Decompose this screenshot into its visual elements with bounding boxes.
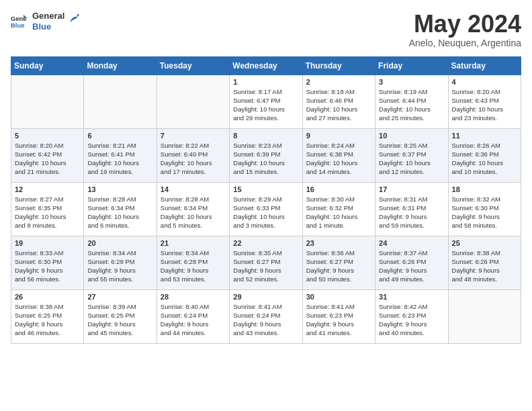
calendar-cell: 12Sunrise: 8:27 AM Sunset: 6:35 PM Dayli…	[11, 182, 84, 236]
day-number: 3	[379, 78, 444, 86]
calendar-cell: 18Sunrise: 8:32 AM Sunset: 6:30 PM Dayli…	[448, 182, 521, 236]
header-day-saturday: Saturday	[448, 56, 521, 75]
calendar-cell: 15Sunrise: 8:29 AM Sunset: 6:33 PM Dayli…	[230, 182, 302, 236]
day-number: 20	[87, 239, 152, 247]
day-number: 22	[233, 239, 298, 247]
day-number: 15	[233, 185, 298, 193]
logo-blue-text: Blue	[32, 21, 64, 32]
day-number: 12	[15, 185, 80, 193]
day-info: Sunrise: 8:40 AM Sunset: 6:24 PM Dayligh…	[161, 302, 226, 338]
calendar-week-row: 1Sunrise: 8:17 AM Sunset: 6:47 PM Daylig…	[11, 75, 521, 128]
calendar-cell: 24Sunrise: 8:37 AM Sunset: 6:26 PM Dayli…	[375, 236, 448, 289]
day-info: Sunrise: 8:22 AM Sunset: 6:40 PM Dayligh…	[161, 141, 226, 177]
day-number: 19	[15, 239, 80, 247]
day-number: 24	[379, 239, 444, 247]
calendar-cell: 19Sunrise: 8:33 AM Sunset: 6:30 PM Dayli…	[11, 236, 84, 289]
calendar-cell: 8Sunrise: 8:23 AM Sunset: 6:39 PM Daylig…	[230, 128, 302, 182]
day-info: Sunrise: 8:28 AM Sunset: 6:34 PM Dayligh…	[161, 195, 226, 230]
calendar-cell	[11, 75, 84, 128]
day-number: 9	[306, 132, 371, 140]
day-info: Sunrise: 8:21 AM Sunset: 6:41 PM Dayligh…	[87, 141, 152, 177]
calendar-cell: 21Sunrise: 8:34 AM Sunset: 6:28 PM Dayli…	[157, 236, 229, 289]
day-number: 31	[379, 293, 444, 301]
day-info: Sunrise: 8:36 AM Sunset: 6:27 PM Dayligh…	[306, 248, 371, 284]
day-number: 6	[87, 132, 152, 140]
calendar-cell: 29Sunrise: 8:41 AM Sunset: 6:24 PM Dayli…	[230, 289, 302, 343]
day-number: 14	[161, 185, 226, 193]
calendar-cell	[157, 75, 229, 128]
day-number: 29	[233, 293, 298, 301]
logo-general-text: General	[32, 11, 64, 21]
header-day-monday: Monday	[84, 56, 157, 75]
day-number: 23	[306, 239, 371, 247]
title-block: May 2024 Anelo, Neuquen, Argentina	[409, 11, 521, 48]
calendar-cell: 3Sunrise: 8:19 AM Sunset: 6:44 PM Daylig…	[375, 75, 448, 128]
calendar-cell: 14Sunrise: 8:28 AM Sunset: 6:34 PM Dayli…	[157, 182, 229, 236]
calendar-cell: 9Sunrise: 8:24 AM Sunset: 6:38 PM Daylig…	[302, 128, 375, 182]
calendar-cell: 27Sunrise: 8:39 AM Sunset: 6:25 PM Dayli…	[84, 289, 157, 343]
calendar-cell: 20Sunrise: 8:34 AM Sunset: 6:29 PM Dayli…	[84, 236, 157, 289]
day-info: Sunrise: 8:25 AM Sunset: 6:37 PM Dayligh…	[379, 141, 444, 177]
logo: General Blue General Blue	[11, 11, 81, 32]
day-info: Sunrise: 8:30 AM Sunset: 6:32 PM Dayligh…	[306, 195, 371, 230]
day-number: 16	[306, 185, 371, 193]
day-number: 25	[452, 239, 517, 247]
header-day-thursday: Thursday	[302, 56, 375, 75]
svg-text:Blue: Blue	[11, 21, 24, 29]
day-info: Sunrise: 8:38 AM Sunset: 6:26 PM Dayligh…	[452, 248, 517, 284]
calendar-week-row: 5Sunrise: 8:20 AM Sunset: 6:42 PM Daylig…	[11, 128, 521, 182]
calendar-header-row: SundayMondayTuesdayWednesdayThursdayFrid…	[11, 56, 521, 75]
day-info: Sunrise: 8:27 AM Sunset: 6:35 PM Dayligh…	[15, 195, 80, 230]
calendar-cell: 22Sunrise: 8:35 AM Sunset: 6:27 PM Dayli…	[230, 236, 302, 289]
calendar-cell: 26Sunrise: 8:38 AM Sunset: 6:25 PM Dayli…	[11, 289, 84, 343]
day-info: Sunrise: 8:39 AM Sunset: 6:25 PM Dayligh…	[87, 302, 152, 338]
day-info: Sunrise: 8:26 AM Sunset: 6:36 PM Dayligh…	[452, 141, 517, 177]
day-number: 1	[233, 78, 298, 86]
day-number: 28	[161, 293, 226, 301]
calendar-cell: 7Sunrise: 8:22 AM Sunset: 6:40 PM Daylig…	[157, 128, 229, 182]
calendar-table: SundayMondayTuesdayWednesdayThursdayFrid…	[11, 56, 521, 344]
day-number: 18	[452, 185, 517, 193]
day-info: Sunrise: 8:35 AM Sunset: 6:27 PM Dayligh…	[233, 248, 298, 284]
day-info: Sunrise: 8:28 AM Sunset: 6:34 PM Dayligh…	[87, 195, 152, 230]
calendar-cell: 6Sunrise: 8:21 AM Sunset: 6:41 PM Daylig…	[84, 128, 157, 182]
calendar-cell: 30Sunrise: 8:41 AM Sunset: 6:23 PM Dayli…	[302, 289, 375, 343]
day-info: Sunrise: 8:37 AM Sunset: 6:26 PM Dayligh…	[379, 248, 444, 284]
header-day-friday: Friday	[375, 56, 448, 75]
calendar-cell: 2Sunrise: 8:18 AM Sunset: 6:46 PM Daylig…	[302, 75, 375, 128]
calendar-cell: 5Sunrise: 8:20 AM Sunset: 6:42 PM Daylig…	[11, 128, 84, 182]
header-day-tuesday: Tuesday	[157, 56, 229, 75]
calendar-week-row: 12Sunrise: 8:27 AM Sunset: 6:35 PM Dayli…	[11, 182, 521, 236]
calendar-cell: 23Sunrise: 8:36 AM Sunset: 6:27 PM Dayli…	[302, 236, 375, 289]
day-number: 13	[87, 185, 152, 193]
day-info: Sunrise: 8:34 AM Sunset: 6:28 PM Dayligh…	[161, 248, 226, 284]
header-day-sunday: Sunday	[11, 56, 84, 75]
day-info: Sunrise: 8:20 AM Sunset: 6:43 PM Dayligh…	[452, 87, 517, 123]
logo-bird-icon	[69, 13, 81, 25]
calendar-cell: 25Sunrise: 8:38 AM Sunset: 6:26 PM Dayli…	[448, 236, 521, 289]
calendar-subtitle: Anelo, Neuquen, Argentina	[409, 38, 521, 48]
day-number: 7	[161, 132, 226, 140]
calendar-cell	[84, 75, 157, 128]
day-info: Sunrise: 8:20 AM Sunset: 6:42 PM Dayligh…	[15, 141, 80, 177]
day-number: 30	[306, 293, 371, 301]
header-day-wednesday: Wednesday	[230, 56, 302, 75]
day-info: Sunrise: 8:33 AM Sunset: 6:30 PM Dayligh…	[15, 248, 80, 284]
calendar-cell: 11Sunrise: 8:26 AM Sunset: 6:36 PM Dayli…	[448, 128, 521, 182]
day-info: Sunrise: 8:38 AM Sunset: 6:25 PM Dayligh…	[15, 302, 80, 338]
day-info: Sunrise: 8:34 AM Sunset: 6:29 PM Dayligh…	[87, 248, 152, 284]
day-info: Sunrise: 8:29 AM Sunset: 6:33 PM Dayligh…	[233, 195, 298, 230]
day-info: Sunrise: 8:41 AM Sunset: 6:23 PM Dayligh…	[306, 302, 371, 338]
day-info: Sunrise: 8:23 AM Sunset: 6:39 PM Dayligh…	[233, 141, 298, 177]
day-info: Sunrise: 8:42 AM Sunset: 6:23 PM Dayligh…	[379, 302, 444, 338]
header: General Blue General Blue May 2024 Anelo…	[11, 11, 521, 48]
day-info: Sunrise: 8:24 AM Sunset: 6:38 PM Dayligh…	[306, 141, 371, 177]
day-number: 5	[15, 132, 80, 140]
calendar-cell: 28Sunrise: 8:40 AM Sunset: 6:24 PM Dayli…	[157, 289, 229, 343]
calendar-cell: 31Sunrise: 8:42 AM Sunset: 6:23 PM Dayli…	[375, 289, 448, 343]
day-info: Sunrise: 8:32 AM Sunset: 6:30 PM Dayligh…	[452, 195, 517, 230]
day-number: 2	[306, 78, 371, 86]
day-info: Sunrise: 8:31 AM Sunset: 6:31 PM Dayligh…	[379, 195, 444, 230]
day-info: Sunrise: 8:18 AM Sunset: 6:46 PM Dayligh…	[306, 87, 371, 123]
day-info: Sunrise: 8:19 AM Sunset: 6:44 PM Dayligh…	[379, 87, 444, 123]
